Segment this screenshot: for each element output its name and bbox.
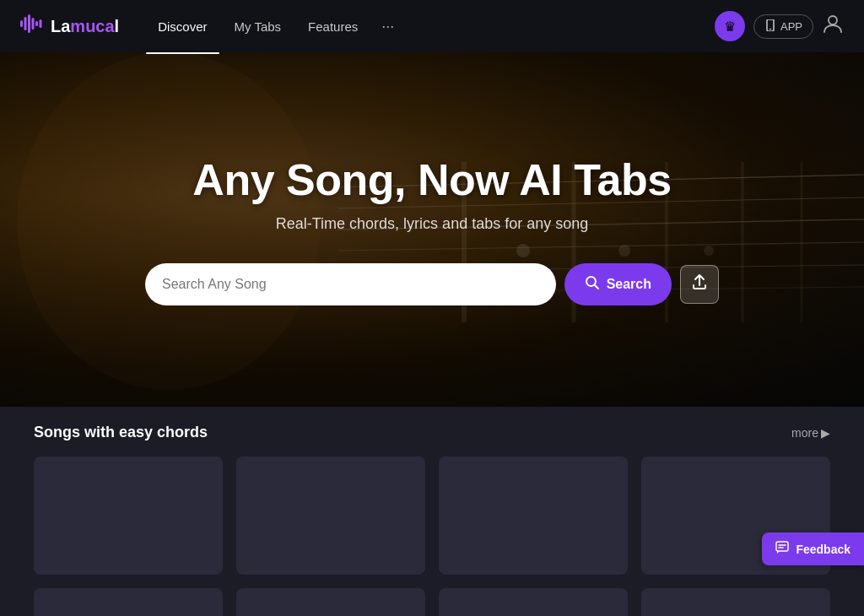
search-button[interactable]: Search <box>564 263 672 305</box>
hero-subtitle: Real-Time chords, lyrics and tabs for an… <box>145 215 719 233</box>
phone-icon <box>764 19 776 34</box>
songs-section-title: Songs with easy chords <box>34 424 208 441</box>
logo[interactable]: Lamucal <box>20 14 119 39</box>
search-icon <box>585 275 600 294</box>
svg-line-25 <box>594 284 598 289</box>
share-icon <box>691 273 708 294</box>
svg-point-8 <box>829 16 837 24</box>
nav-more-dots[interactable]: ··· <box>373 13 402 41</box>
logo-waveform-icon <box>20 14 44 39</box>
song-card[interactable] <box>236 457 425 575</box>
song-card-small[interactable] <box>34 588 223 616</box>
app-button[interactable]: APP <box>753 14 813 39</box>
hero-section: Any Song, Now AI Tabs Real-Time chords, … <box>0 52 864 407</box>
user-account-button[interactable] <box>822 13 844 40</box>
share-button[interactable] <box>680 265 719 304</box>
logo-text: Lamucal <box>51 17 119 36</box>
songs-grid-bottom <box>34 588 830 616</box>
more-arrow-icon: ▶ <box>821 426 830 440</box>
feedback-label: Feedback <box>796 543 850 556</box>
feedback-icon <box>775 541 789 557</box>
nav-links: Discover My Tabs Features ··· <box>146 13 688 41</box>
premium-button[interactable]: ♛ <box>715 11 745 41</box>
app-label: APP <box>780 20 802 33</box>
search-button-label: Search <box>607 277 651 292</box>
search-input[interactable] <box>162 277 539 292</box>
svg-rect-7 <box>769 29 771 30</box>
crown-icon: ♛ <box>724 19 736 35</box>
navbar: Lamucal Discover My Tabs Features ··· ♛ … <box>0 0 864 52</box>
more-link[interactable]: more ▶ <box>791 426 830 440</box>
song-card-small[interactable] <box>641 588 830 616</box>
songs-header: Songs with easy chords more ▶ <box>34 424 830 441</box>
hero-content: Any Song, Now AI Tabs Real-Time chords, … <box>128 154 736 305</box>
nav-right: ♛ APP <box>715 11 844 41</box>
song-card-small[interactable] <box>236 588 425 616</box>
svg-rect-5 <box>40 19 42 28</box>
nav-item-features[interactable]: Features <box>296 14 370 39</box>
svg-rect-0 <box>20 20 23 27</box>
songs-grid <box>34 457 830 575</box>
search-input-wrapper <box>145 263 556 305</box>
svg-rect-2 <box>28 14 30 33</box>
svg-rect-1 <box>24 17 27 30</box>
nav-item-discover[interactable]: Discover <box>146 14 219 39</box>
nav-item-my-tabs[interactable]: My Tabs <box>223 14 294 39</box>
hero-title: Any Song, Now AI Tabs <box>145 154 719 205</box>
song-card[interactable] <box>34 457 223 575</box>
song-card-small[interactable] <box>439 588 628 616</box>
feedback-button[interactable]: Feedback <box>762 532 864 565</box>
svg-rect-4 <box>35 21 38 26</box>
songs-section: Songs with easy chords more ▶ <box>0 407 864 616</box>
search-row: Search <box>145 263 719 305</box>
song-card[interactable] <box>439 457 628 575</box>
svg-rect-26 <box>776 542 788 551</box>
more-label: more <box>791 426 818 440</box>
svg-rect-3 <box>32 18 35 30</box>
